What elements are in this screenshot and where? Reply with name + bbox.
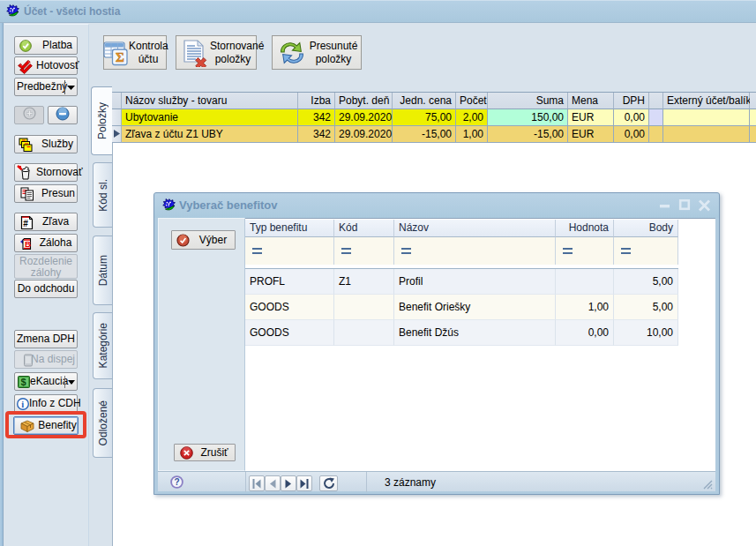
- svg-text:i: i: [21, 400, 24, 409]
- svg-text:B: B: [25, 239, 31, 249]
- svg-text:?: ?: [175, 477, 180, 487]
- svg-text:$: $: [21, 377, 26, 387]
- svg-text:#: #: [23, 219, 28, 228]
- svg-text:Σ: Σ: [116, 50, 124, 64]
